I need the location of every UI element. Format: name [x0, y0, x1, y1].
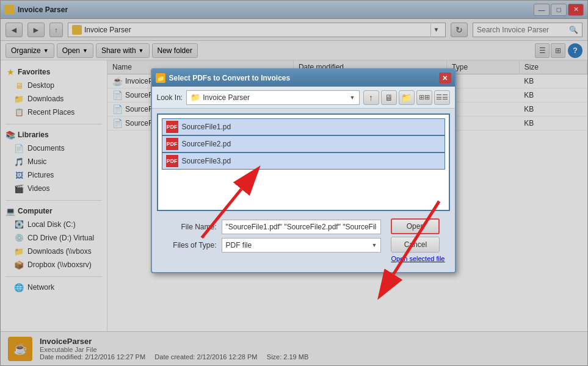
dialog-file-area: PDF SourceFile1.pd PDF SourceFile2.pd PD…	[157, 113, 450, 211]
filetype-arrow-icon: ▼	[372, 242, 377, 248]
filename-label: File Name:	[162, 223, 217, 231]
dialog-nav-desktop[interactable]: 🖥	[381, 90, 397, 105]
filename-row: File Name:	[162, 220, 382, 234]
dialog-filename-3: SourceFile3.pd	[182, 157, 231, 165]
dialog-overlay: 📁 Select PDFs to Convert to Invoices ✕ L…	[1, 1, 587, 365]
lookin-dropdown[interactable]: 📁 Invoice Parser ▼	[186, 90, 359, 105]
dialog-open-button[interactable]: Open	[391, 218, 440, 234]
open-selected-link[interactable]: Open selected file	[391, 255, 445, 262]
dialog-filename-2: SourceFile2.pd	[182, 140, 231, 148]
dialog-title-icon: 📁	[156, 73, 165, 83]
dialog-nav-folder[interactable]: 📁	[399, 90, 415, 105]
dialog-cancel-button[interactable]: Cancel	[391, 237, 440, 253]
dialog-titlebar: 📁 Select PDFs to Convert to Invoices ✕	[152, 70, 455, 87]
file-select-dialog: 📁 Select PDFs to Convert to Invoices ✕ L…	[151, 68, 456, 273]
dialog-form-area: File Name: Files of Type: PDF file ▼	[157, 216, 387, 256]
dialog-form: File Name: Files of Type: PDF file ▼	[157, 216, 387, 256]
filetype-row: Files of Type: PDF file ▼	[162, 238, 382, 253]
dialog-nav-buttons: ↑ 🖥 📁 ⊞⊞ ☰☰	[363, 90, 450, 105]
dialog-close-button[interactable]: ✕	[439, 73, 451, 84]
lookin-label: Look In:	[157, 93, 183, 102]
dialog-view-icons[interactable]: ⊞⊞	[416, 90, 432, 105]
main-window: Invoice Parser — □ ✕ ◄ ► ↑ Invoice Parse…	[0, 0, 588, 366]
dialog-file-item-3[interactable]: PDF SourceFile3.pd	[162, 152, 445, 170]
filetype-dropdown[interactable]: PDF file ▼	[222, 238, 382, 253]
dialog-nav-prev[interactable]: ↑	[363, 90, 379, 105]
dialog-toolbar: Look In: 📁 Invoice Parser ▼ ↑ 🖥 📁 ⊞⊞ ☰☰	[152, 87, 455, 109]
pdf-icon-1: PDF	[166, 121, 178, 133]
dialog-bottom: File Name: Files of Type: PDF file ▼	[152, 216, 455, 272]
dialog-file-item-1[interactable]: PDF SourceFile1.pd	[162, 118, 445, 135]
dialog-file-item-2[interactable]: PDF SourceFile2.pd	[162, 135, 445, 152]
dialog-title: Select PDFs to Convert to Invoices	[169, 74, 439, 82]
lookin-arrow-icon: ▼	[350, 95, 355, 101]
dialog-buttons: Open Cancel Open selected file	[391, 216, 449, 267]
filetype-label: Files of Type:	[162, 241, 217, 249]
pdf-icon-3: PDF	[166, 155, 178, 167]
filetype-text: PDF file	[226, 241, 372, 249]
filename-input[interactable]	[222, 220, 382, 234]
pdf-icon-2: PDF	[166, 138, 178, 150]
dialog-filename-1: SourceFile1.pd	[182, 123, 231, 131]
lookin-text: Invoice Parser	[203, 93, 347, 102]
lookin-folder-icon: 📁	[191, 93, 200, 102]
dialog-view-list[interactable]: ☰☰	[434, 90, 450, 105]
